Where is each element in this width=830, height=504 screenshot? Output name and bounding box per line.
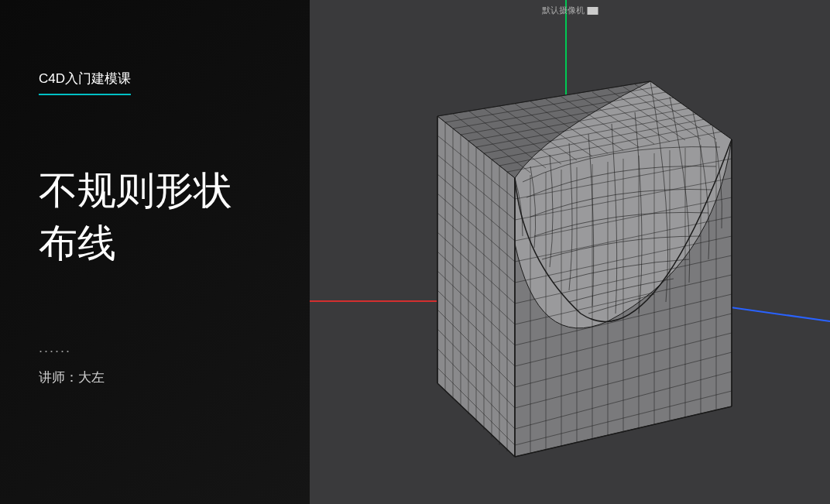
camera-label-text: 默认摄像机 bbox=[542, 5, 585, 16]
camera-label[interactable]: 默认摄像机 bbox=[542, 5, 598, 16]
decorative-dots: ······ bbox=[39, 343, 279, 359]
course-label: C4D入门建模课 bbox=[39, 70, 131, 95]
title-line-2: 布线 bbox=[39, 218, 279, 270]
title-line-1: 不规则形状 bbox=[39, 165, 279, 218]
viewport-panel[interactable]: 默认摄像机 bbox=[310, 0, 830, 504]
3d-viewport[interactable]: 默认摄像机 bbox=[310, 0, 830, 504]
text-overlay-panel: C4D入门建模课 不规则形状 布线 ······ 讲师：大左 bbox=[0, 0, 310, 504]
camera-icon bbox=[588, 7, 598, 15]
instructor-label: 讲师：大左 bbox=[39, 369, 279, 386]
cube-wireframe-model[interactable] bbox=[387, 66, 767, 476]
main-title: 不规则形状 布线 bbox=[39, 165, 279, 269]
